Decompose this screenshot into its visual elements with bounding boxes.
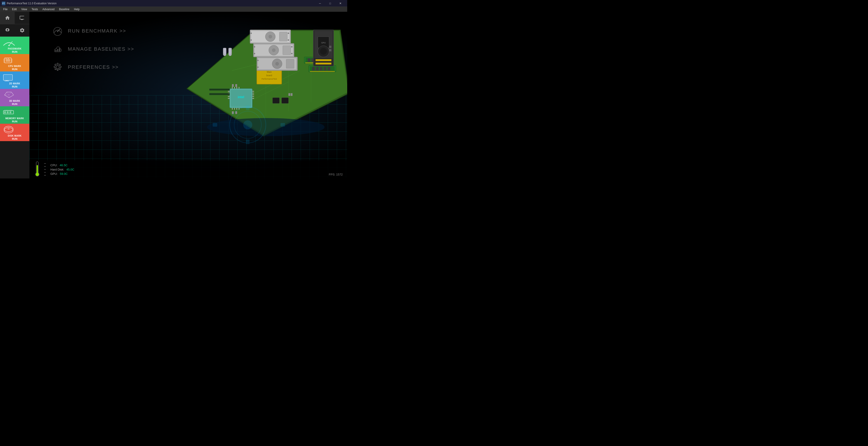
svg-rect-130 — [232, 84, 234, 87]
title-bar-left: PT PerformanceTest 11.0 Evaluation Versi… — [2, 2, 57, 5]
svg-point-112 — [254, 53, 255, 54]
svg-rect-25 — [9, 111, 11, 113]
svg-rect-99 — [279, 32, 287, 41]
gpu-temp-row: GPU: 59.0C — [51, 172, 74, 176]
svg-point-100 — [288, 33, 289, 34]
svg-rect-10 — [5, 58, 7, 59]
preferences-label: PREFERENCES >> — [68, 64, 119, 70]
svg-rect-35 — [57, 49, 58, 51]
diskmark-item[interactable]: DISK MARK RUN — [0, 124, 29, 141]
cpumark-label: CPU MARK — [0, 65, 29, 67]
svg-rect-150 — [281, 123, 285, 127]
svg-rect-143 — [209, 93, 230, 95]
gpu-temp-label: GPU: — [51, 172, 58, 176]
svg-point-111 — [254, 46, 255, 48]
svg-text:board: board — [266, 74, 272, 77]
gpu-temp-value: 59.0C — [60, 172, 68, 176]
therm-ticks — [44, 162, 46, 177]
mark2d-item[interactable]: 2D MARK RUN — [0, 71, 29, 89]
title-bar: PT PerformanceTest 11.0 Evaluation Versi… — [0, 0, 347, 7]
app-icon: PT — [2, 2, 5, 5]
svg-point-101 — [288, 39, 289, 41]
svg-rect-147 — [246, 106, 250, 110]
fps-display: FPS: 1572 — [329, 173, 343, 176]
svg-rect-3 — [6, 59, 10, 62]
svg-rect-131 — [235, 84, 237, 87]
cpu-temp-row: CPU: 46.5C — [51, 163, 74, 167]
svg-rect-93 — [328, 67, 330, 70]
svg-rect-57 — [252, 96, 254, 97]
svg-point-1 — [8, 45, 10, 46]
motherboard-svg: intel — [168, 16, 347, 147]
status-bar: CPU: 46.5C Hard Disk: 45.0C GPU: 59.0C F… — [29, 160, 347, 178]
svg-rect-127 — [315, 63, 331, 64]
memorymark-item[interactable]: MEMORY MARK RUN — [0, 106, 29, 124]
minimize-button[interactable]: ─ — [315, 0, 325, 7]
thermometer-bulb — [35, 172, 39, 176]
menu-tests[interactable]: Tests — [29, 7, 40, 12]
close-button[interactable]: ✕ — [335, 0, 345, 7]
svg-text:PerformanceTest: PerformanceTest — [261, 78, 277, 80]
cpumark-run: RUN — [12, 68, 18, 70]
svg-rect-54 — [252, 91, 254, 92]
sidebar-top-row — [0, 12, 29, 24]
svg-point-118 — [257, 60, 258, 61]
disk-temp-value: 45.0C — [66, 168, 74, 171]
menu-file[interactable]: File — [1, 7, 10, 12]
svg-point-30 — [7, 128, 10, 129]
passmark-item[interactable]: PASSMARK RUN — [0, 37, 29, 54]
svg-point-109 — [291, 46, 292, 48]
svg-rect-64 — [234, 108, 235, 110]
monitor-button[interactable] — [15, 12, 29, 24]
cpu-temp-value: 46.5C — [60, 163, 68, 167]
svg-rect-15 — [4, 75, 12, 80]
settings-button[interactable] — [15, 24, 29, 36]
svg-rect-56 — [252, 94, 254, 95]
manage-baselines-item[interactable]: MANAGE BASELINES >> — [52, 43, 134, 55]
svg-point-33 — [57, 31, 58, 32]
menu-advanced[interactable]: Advanced — [40, 7, 57, 12]
svg-rect-81 — [308, 58, 310, 62]
thermometer-tube — [36, 161, 39, 173]
manage-baselines-label: MANAGE BASELINES >> — [68, 46, 134, 52]
svg-rect-36 — [59, 48, 60, 51]
run-benchmark-item[interactable]: RUN BENCHMARK >> — [52, 25, 134, 37]
thermometer — [34, 161, 41, 177]
svg-text:intel: intel — [238, 95, 244, 99]
svg-rect-149 — [213, 123, 217, 127]
mark3d-icon-area — [0, 90, 29, 100]
svg-rect-62 — [239, 87, 239, 89]
svg-text:GPU: GPU — [321, 41, 326, 44]
svg-rect-129 — [329, 49, 331, 51]
svg-rect-136 — [273, 98, 279, 103]
gear-icon — [52, 61, 63, 73]
mark2d-run: RUN — [12, 85, 18, 88]
memorymark-label: MEMORY MARK — [0, 117, 29, 120]
svg-rect-117 — [286, 59, 294, 68]
menu-help[interactable]: Help — [72, 7, 82, 12]
menu-bar: File Edit View Tests Advanced Baseline H… — [0, 7, 347, 12]
svg-rect-23 — [4, 111, 6, 113]
main-layout: PASSMARK RUN CPU MARK RU — [0, 12, 347, 178]
cpu-button[interactable] — [0, 24, 15, 36]
maximize-button[interactable]: □ — [325, 0, 335, 7]
mark3d-item[interactable]: 3D MARK RUN — [0, 89, 29, 106]
temperature-readings: CPU: 46.5C Hard Disk: 45.0C GPU: 59.0C — [51, 163, 74, 176]
svg-point-151 — [243, 120, 252, 129]
cpumark-item[interactable]: CPU MARK RUN — [0, 54, 29, 71]
app-title: PerformanceTest 11.0 Evaluation Version — [7, 2, 57, 5]
menu-edit[interactable]: Edit — [10, 7, 19, 12]
home-button[interactable] — [0, 12, 15, 24]
svg-rect-91 — [320, 67, 322, 70]
svg-rect-137 — [282, 98, 288, 103]
diskmark-label: DISK MARK — [0, 135, 29, 137]
menu-baseline[interactable]: Baseline — [57, 7, 72, 12]
preferences-item[interactable]: PREFERENCES >> — [52, 61, 134, 73]
menu-view[interactable]: View — [19, 7, 29, 12]
svg-rect-55 — [252, 93, 254, 93]
thermometer-fill — [37, 165, 38, 173]
memorymark-icon-area — [0, 107, 29, 117]
svg-point-125 — [320, 48, 327, 55]
diskmark-run: RUN — [12, 138, 18, 140]
disk-temp-label: Hard Disk: — [51, 168, 64, 171]
